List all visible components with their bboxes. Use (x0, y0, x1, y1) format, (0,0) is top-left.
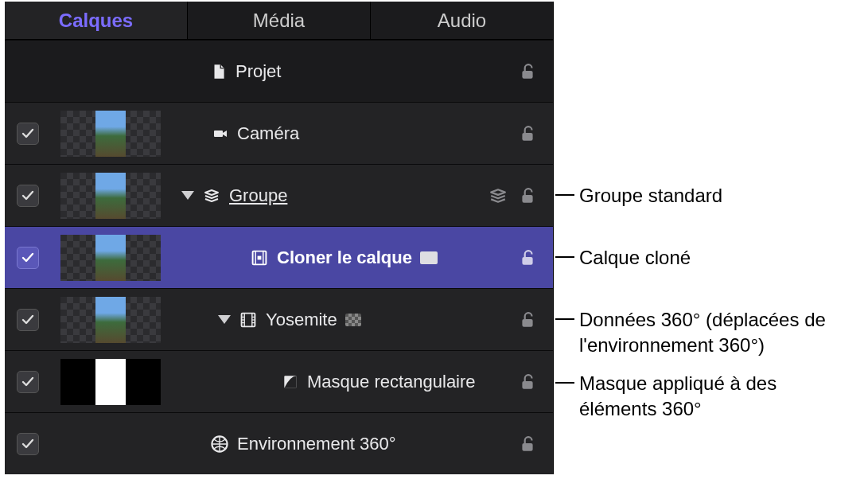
film-icon (239, 310, 258, 329)
layers-panel: Calques Média Audio Projet Caméra Groupe (5, 2, 554, 474)
row-mask[interactable]: Masque rectangulaire (5, 350, 553, 412)
row-clone-layer[interactable]: Cloner le calque (5, 226, 553, 288)
layer-chip (420, 251, 438, 264)
disclosure-icon[interactable] (218, 315, 231, 324)
callout-clone: Calque cloné (555, 256, 691, 282)
lock-icon[interactable] (519, 311, 536, 329)
globe-icon (210, 434, 229, 454)
disclosure-icon[interactable] (181, 191, 194, 200)
lock-icon[interactable] (519, 63, 536, 80)
visibility-checkbox[interactable] (17, 247, 39, 269)
visibility-checkbox[interactable] (17, 433, 39, 455)
thumbnail (60, 297, 161, 343)
row-label: Cloner le calque (277, 247, 412, 268)
row-env360[interactable]: Environnement 360° (5, 412, 553, 474)
lock-icon[interactable] (519, 187, 536, 205)
callout-group: Groupe standard (555, 194, 722, 220)
mask-icon (282, 373, 299, 391)
row-yosemite[interactable]: Yosemite (5, 288, 553, 350)
stack-indicator-icon (489, 187, 507, 205)
visibility-checkbox[interactable] (17, 185, 39, 207)
clone-icon (250, 248, 269, 267)
lock-icon[interactable] (519, 373, 536, 391)
callout-mask: Masque appliqué à des éléments 360° (555, 382, 837, 434)
thumbnail (60, 235, 161, 281)
lock-icon[interactable] (519, 249, 536, 267)
row-label: Yosemite (266, 310, 337, 330)
visibility-checkbox[interactable] (17, 309, 39, 331)
visibility-checkbox[interactable] (17, 371, 39, 393)
stack-icon (202, 188, 221, 204)
tab-layers[interactable]: Calques (5, 2, 188, 39)
row-label: Projet (235, 61, 281, 82)
callout-data360: Données 360° (déplacées de l'environneme… (555, 318, 853, 370)
row-label: Environnement 360° (237, 434, 396, 454)
thumbnail (60, 111, 161, 157)
row-project[interactable]: Projet (5, 40, 553, 102)
tab-media[interactable]: Média (188, 2, 371, 39)
row-camera[interactable]: Caméra (5, 102, 553, 164)
thumbnail (60, 359, 161, 405)
row-label: Groupe (229, 185, 287, 206)
tabs: Calques Média Audio (5, 2, 553, 40)
row-label: Masque rectangulaire (307, 372, 476, 392)
row-group[interactable]: Groupe (5, 164, 553, 226)
lock-icon[interactable] (519, 435, 536, 453)
camera-icon (210, 126, 229, 142)
visibility-checkbox[interactable] (17, 123, 39, 145)
row-label: Caméra (237, 123, 299, 144)
thumbnail (60, 173, 161, 219)
project-icon (210, 63, 228, 80)
tab-audio[interactable]: Audio (371, 2, 553, 39)
lock-icon[interactable] (519, 125, 536, 142)
alpha-chip (345, 314, 361, 326)
